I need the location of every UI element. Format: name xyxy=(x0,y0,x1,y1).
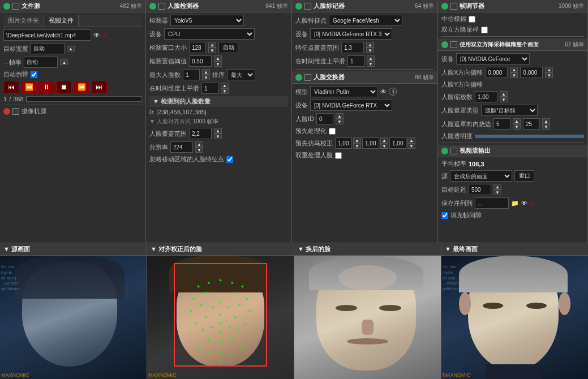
feature-range-up[interactable]: ▲ xyxy=(366,42,374,48)
presimm-down-1[interactable]: ▼ xyxy=(353,143,361,149)
resolution-down[interactable]: ▼ xyxy=(195,147,203,153)
info-icon[interactable]: ℹ xyxy=(389,88,397,96)
presimm-up-1[interactable]: ▲ xyxy=(353,137,361,143)
blur-up[interactable]: ▲ xyxy=(542,118,550,124)
face-exchanger-checkbox[interactable] xyxy=(304,74,311,81)
device-select-1[interactable]: CPU xyxy=(164,28,255,40)
camera-checkbox[interactable] xyxy=(12,108,19,115)
x-offset-input[interactable] xyxy=(485,67,508,78)
target-width-input[interactable] xyxy=(31,43,65,54)
ignore-checkbox[interactable] xyxy=(226,156,233,163)
close-icon-2[interactable]: ✕ xyxy=(530,200,535,207)
face-scale-input[interactable] xyxy=(475,91,497,102)
detector-select[interactable]: YoloV5 xyxy=(170,15,244,26)
presimm-down-3[interactable]: ▼ xyxy=(407,143,415,149)
opacity-slider[interactable] xyxy=(475,135,584,138)
target-width-spinner-up[interactable]: ▲ xyxy=(67,46,75,51)
landmark-select[interactable]: Google FaceMesh xyxy=(329,15,402,26)
target-delay-input[interactable] xyxy=(469,184,491,195)
face-scale-up[interactable]: ▲ xyxy=(500,91,508,97)
file-source-power-btn[interactable] xyxy=(3,3,10,10)
smooth-up-2[interactable]: ▲ xyxy=(367,55,375,61)
window-size-up[interactable]: ▲ xyxy=(208,42,216,48)
auto-loop-checkbox[interactable] xyxy=(31,71,37,78)
save-path-input[interactable] xyxy=(475,197,509,209)
media-btn-next[interactable]: ⏩ xyxy=(74,81,89,93)
erode-up[interactable]: ▲ xyxy=(513,118,521,124)
smooth-input-2[interactable] xyxy=(347,55,364,67)
presimm-up-2[interactable]: ▲ xyxy=(380,137,388,143)
fill-gaps-checkbox[interactable] xyxy=(441,212,448,219)
blur-down[interactable]: ▼ xyxy=(542,124,550,130)
fps-input[interactable] xyxy=(24,57,58,68)
close-icon[interactable]: ✕ xyxy=(102,31,108,39)
bilateral-sub-checkbox[interactable] xyxy=(450,41,457,48)
model-select[interactable]: Vladimir Putin xyxy=(310,86,378,97)
x-offset-input-2[interactable] xyxy=(520,67,543,78)
device-select-3[interactable]: [0] NVIDIA GeForce RTX xyxy=(310,100,392,111)
eye-icon-3[interactable]: 👁 xyxy=(521,200,527,206)
dual-process-checkbox[interactable] xyxy=(335,152,342,159)
video-source-select[interactable]: 合成后的画面 xyxy=(450,170,512,182)
presimm-up-3[interactable]: ▲ xyxy=(407,137,415,143)
face-id-input[interactable] xyxy=(316,113,333,124)
max-faces-input[interactable] xyxy=(183,69,200,80)
x-offset-up-2[interactable]: ▲ xyxy=(545,67,553,72)
target-delay-up[interactable]: ▲ xyxy=(493,184,501,190)
file-source-checkbox[interactable] xyxy=(12,3,19,10)
face-exchanger-power-btn[interactable] xyxy=(295,74,302,81)
erode-down[interactable]: ▼ xyxy=(513,124,521,130)
x-offset-up[interactable]: ▲ xyxy=(510,67,518,72)
feature-range-input[interactable] xyxy=(341,42,364,53)
bilateral-checkbox[interactable] xyxy=(481,27,488,33)
median-checkbox[interactable] xyxy=(469,16,475,23)
x-offset-down-2[interactable]: ▼ xyxy=(545,72,553,78)
smooth-down-2[interactable]: ▼ xyxy=(367,61,375,67)
frame-adjuster-power-btn[interactable] xyxy=(441,3,448,10)
bilateral-sub-power-btn[interactable] xyxy=(441,41,448,48)
eye-icon-2[interactable]: 👁 xyxy=(380,88,387,95)
sort-select[interactable]: 最大 xyxy=(227,69,255,80)
tab-image-folder[interactable]: 图片文件夹 xyxy=(3,15,44,27)
video-output-power-btn[interactable] xyxy=(441,148,448,154)
face-id-up[interactable]: ▲ xyxy=(336,113,344,119)
face-marker-checkbox[interactable] xyxy=(304,3,311,10)
eye-icon[interactable]: 👁 xyxy=(93,31,100,39)
tab-video-file[interactable]: 视频文件 xyxy=(44,15,79,27)
threshold-down[interactable]: ▼ xyxy=(214,61,222,67)
target-delay-down[interactable]: ▼ xyxy=(493,190,501,195)
progress-bar[interactable] xyxy=(26,96,142,102)
media-btn-prev[interactable]: ⏪ xyxy=(21,81,37,93)
face-marker-power-btn[interactable] xyxy=(295,3,302,10)
smooth-input-1[interactable] xyxy=(201,83,218,94)
resolution-input[interactable] xyxy=(170,141,193,153)
resolution-up[interactable]: ▲ xyxy=(195,141,203,147)
coverage-input[interactable] xyxy=(189,128,212,139)
video-output-checkbox[interactable] xyxy=(450,148,457,154)
threshold-input[interactable] xyxy=(189,55,212,67)
window-size-input[interactable] xyxy=(189,42,206,53)
coverage-down[interactable]: ▼ xyxy=(214,133,222,139)
media-btn-stop[interactable]: ⏹ xyxy=(56,81,72,93)
presimm-down-2[interactable]: ▼ xyxy=(380,143,388,149)
erode-input[interactable] xyxy=(493,118,510,130)
threshold-up[interactable]: ▲ xyxy=(214,55,222,61)
folder-icon[interactable]: 📁 xyxy=(511,200,519,207)
presimm-input-2[interactable] xyxy=(362,137,379,149)
smooth-up-1[interactable]: ▲ xyxy=(221,83,229,88)
face-detector-power-btn[interactable] xyxy=(149,3,156,10)
media-btn-end[interactable]: ⏭ xyxy=(91,81,107,93)
preprocess-checkbox[interactable] xyxy=(329,128,336,135)
x-offset-down[interactable]: ▼ xyxy=(510,72,518,78)
max-faces-down[interactable]: ▼ xyxy=(202,75,210,80)
blur-input[interactable] xyxy=(523,118,540,130)
auto-btn-1[interactable]: 自动 xyxy=(218,42,238,53)
max-faces-up[interactable]: ▲ xyxy=(202,69,210,75)
frame-adjuster-checkbox[interactable] xyxy=(450,3,457,10)
media-btn-pause[interactable]: ⏸ xyxy=(38,81,54,93)
device-select-2[interactable]: [0] NVIDIA GeForce RTX 3 xyxy=(310,28,392,40)
media-btn-start[interactable]: ⏮ xyxy=(3,81,19,93)
window-btn[interactable]: 窗口 xyxy=(514,170,534,182)
detected-count-header[interactable]: ▼ 检测到的人脸数量 xyxy=(149,96,288,107)
coverage-up[interactable]: ▲ xyxy=(214,128,222,133)
